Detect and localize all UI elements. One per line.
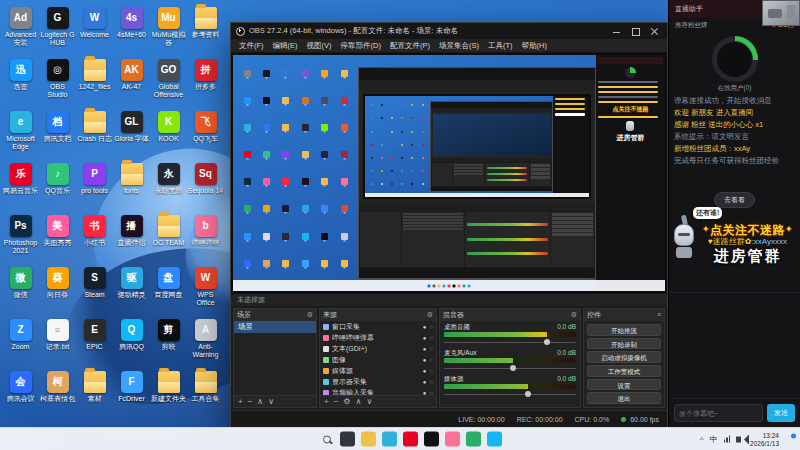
source-item[interactable]: 文本(GDI+)●○	[320, 343, 436, 354]
scene-up-icon[interactable]: ∧	[257, 397, 263, 407]
obs-title-bar[interactable]: OBS 27.2.4 (64-bit, windows) - 配置文件: 未命名…	[231, 23, 667, 39]
taskbar-icon-search[interactable]	[319, 432, 334, 447]
desktop-icon[interactable]: WWelcome	[76, 4, 113, 56]
control-button[interactable]: 退出	[587, 392, 661, 404]
lock-icon[interactable]: ○	[429, 379, 433, 385]
visibility-icon[interactable]: ●	[423, 357, 427, 363]
taskbar-icon-explorer[interactable]	[361, 432, 376, 447]
desktop-icon[interactable]: 柯柯基表情包	[39, 368, 76, 420]
desktop-icon[interactable]: AdAdvanced 安装	[2, 4, 39, 56]
desktop-icon[interactable]: AKAK-47	[113, 56, 150, 108]
desktop-icon[interactable]: MuMuMu模拟器	[150, 4, 187, 56]
desktop-icon[interactable]: EEPIC	[76, 316, 113, 368]
desktop-icon[interactable]: 播直播伴侣	[113, 212, 150, 264]
taskbar-icon-task-view[interactable]	[340, 432, 355, 447]
menu-icon[interactable]: ≡	[657, 309, 661, 321]
desktop-icon[interactable]: 剪剪映	[150, 316, 187, 368]
send-button[interactable]: 发送	[767, 404, 795, 422]
desktop-icon[interactable]: 参考资料	[187, 4, 224, 56]
desktop-icon[interactable]: 美美图秀秀	[39, 212, 76, 264]
control-button[interactable]: 设置	[587, 379, 661, 391]
source-properties-icon[interactable]: ⚙	[343, 397, 350, 407]
desktop-icon[interactable]: 永永劫无间	[150, 160, 187, 212]
lock-icon[interactable]: ○	[429, 335, 433, 341]
desktop-icon[interactable]: ♪QQ音乐	[39, 160, 76, 212]
desktop-icon[interactable]: fonts	[113, 160, 150, 212]
desktop-icon[interactable]: 工具合集	[187, 368, 224, 420]
visibility-icon[interactable]: ●	[423, 379, 427, 385]
visibility-icon[interactable]: ●	[423, 368, 427, 374]
close-icon[interactable]	[647, 25, 662, 37]
desktop-icon[interactable]: 1242_files	[76, 56, 113, 108]
desktop-icon[interactable]: 微微信	[2, 264, 39, 316]
taskbar-icon-netease-music[interactable]	[403, 432, 418, 447]
obs-preview-canvas[interactable]: 点关注不迷路进房管群	[231, 53, 667, 293]
desktop-icon[interactable]: GLogitech G HUB	[39, 4, 76, 56]
control-button[interactable]: 工作室模式	[587, 365, 661, 377]
desktop-icon[interactable]: PsPhotoshop 2021	[2, 212, 39, 264]
menu-item[interactable]: 停靠部件(D)	[337, 41, 385, 51]
desktop-icon[interactable]: ZZoom	[2, 316, 39, 368]
visibility-icon[interactable]: ●	[423, 324, 427, 330]
source-up-icon[interactable]: ∧	[356, 397, 362, 407]
lock-icon[interactable]: ○	[429, 324, 433, 330]
network-icon[interactable]	[724, 436, 731, 443]
add-scene-icon[interactable]: +	[238, 397, 243, 407]
lock-icon[interactable]: ○	[429, 390, 433, 396]
source-item[interactable]: 显示器采集●○	[320, 376, 436, 387]
desktop-icon[interactable]: 乐网易云音乐	[2, 160, 39, 212]
desktop-icon[interactable]: 飞QQ飞车	[187, 108, 224, 160]
gear-icon[interactable]: ⚙	[571, 309, 577, 321]
camera-preview-window[interactable]	[762, 0, 800, 26]
tray-chevron-icon[interactable]: ^	[700, 435, 704, 444]
source-item[interactable]: 窗口采集●○	[320, 321, 436, 332]
menu-item[interactable]: 工具(T)	[484, 41, 517, 51]
desktop-icon[interactable]: OC TEAM	[150, 212, 187, 264]
gear-icon[interactable]: ⚙	[427, 309, 433, 321]
source-item[interactable]: 图像●○	[320, 354, 436, 365]
danmaku-input[interactable]	[674, 404, 763, 422]
minimize-icon[interactable]	[609, 25, 624, 37]
desktop-icon[interactable]: AAnti-Warning	[187, 316, 224, 368]
desktop-icon[interactable]: Q腾讯QQ	[113, 316, 150, 368]
source-item[interactable]: 哔哩哔哩弹幕●○	[320, 332, 436, 343]
menu-item[interactable]: 编辑(E)	[269, 41, 302, 51]
desktop-icon[interactable]: 拼拼多多	[187, 56, 224, 108]
taskbar-icon-qq[interactable]	[487, 432, 502, 447]
menu-item[interactable]: 文件(F)	[235, 41, 268, 51]
desktop-icon[interactable]: GOGlobal Offensive	[150, 56, 187, 108]
desktop-icon[interactable]: 迅迅雷	[2, 56, 39, 108]
desktop-icon[interactable]: ◎OBS Studio	[39, 56, 76, 108]
control-button[interactable]: 开始录制	[587, 338, 661, 350]
lock-icon[interactable]: ○	[429, 346, 433, 352]
desktop-icon[interactable]: SqSequoia 14	[187, 160, 224, 212]
desktop-icon[interactable]: 4s4sMe+60	[113, 4, 150, 56]
desktop-icon[interactable]: SSteam	[76, 264, 113, 316]
menu-item[interactable]: 配置文件(P)	[386, 41, 434, 51]
desktop-icon[interactable]: 书小红书	[76, 212, 113, 264]
maximize-icon[interactable]	[628, 25, 643, 37]
taskbar-icon-start[interactable]	[298, 432, 313, 447]
taskbar-icon-obs[interactable]	[424, 432, 439, 447]
desktop-icon[interactable]: WWPS Office	[187, 264, 224, 316]
menu-item[interactable]: 场景集合(S)	[435, 41, 483, 51]
remove-source-icon[interactable]: −	[334, 397, 339, 407]
lock-icon[interactable]: ○	[429, 357, 433, 363]
visibility-icon[interactable]: ●	[423, 335, 427, 341]
source-down-icon[interactable]: ∨	[366, 397, 372, 407]
remove-scene-icon[interactable]: −	[248, 397, 253, 407]
desktop-icon[interactable]: 会腾讯会议	[2, 368, 39, 420]
lock-icon[interactable]: ○	[429, 368, 433, 374]
add-source-icon[interactable]: +	[324, 397, 329, 407]
taskbar-icon-wechat[interactable]	[466, 432, 481, 447]
desktop-icon[interactable]: 新建文件夹	[150, 368, 187, 420]
desktop-icon[interactable]: 驱驱动精灵	[113, 264, 150, 316]
clock[interactable]: 13:24 2026/1/13	[750, 432, 779, 447]
scene-item[interactable]: 场景	[234, 321, 316, 333]
control-button[interactable]: 启动虚拟摄像机	[587, 351, 661, 363]
visibility-icon[interactable]: ●	[423, 346, 427, 352]
menu-item[interactable]: 帮助(H)	[518, 41, 551, 51]
visibility-icon[interactable]: ●	[423, 390, 427, 396]
desktop-icon[interactable]: 葵向日葵	[39, 264, 76, 316]
desktop-icon[interactable]: FFcDriver	[113, 368, 150, 420]
